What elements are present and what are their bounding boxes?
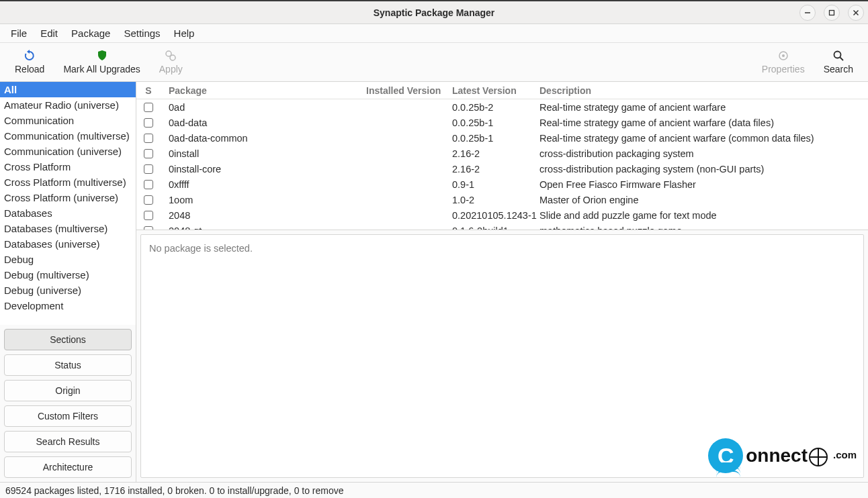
reload-icon	[24, 50, 36, 62]
category-item[interactable]: Debug	[0, 252, 136, 267]
filter-sections[interactable]: Sections	[4, 329, 132, 350]
maximize-button[interactable]	[824, 5, 840, 21]
col-latest[interactable]: Latest Version	[452, 85, 539, 96]
menu-edit[interactable]: Edit	[34, 25, 64, 42]
window-controls	[799, 5, 864, 21]
gear-icon	[777, 50, 789, 62]
description: Real-time strategy game of ancient warfa…	[539, 133, 868, 144]
menubar: File Edit Package Settings Help	[0, 24, 868, 43]
statusbar-text: 69524 packages listed, 1716 installed, 0…	[5, 485, 344, 496]
latest-version: 2.16-2	[452, 164, 539, 175]
search-button[interactable]: Search	[814, 47, 863, 77]
category-item[interactable]: Development	[0, 298, 136, 313]
content: AllAmateur Radio (universe)Communication…	[0, 82, 868, 482]
latest-version: 0.1.6-2build1	[452, 226, 539, 231]
svg-point-9	[834, 52, 840, 58]
package-checkbox[interactable]	[144, 164, 153, 174]
shield-icon	[96, 50, 108, 62]
filter-custom-filters[interactable]: Custom Filters	[4, 405, 132, 427]
category-item[interactable]: All	[0, 82, 136, 97]
package-table-header: S Package Installed Version Latest Versi…	[136, 82, 868, 99]
category-item[interactable]: Communication (universe)	[0, 144, 136, 159]
detail-empty-text: No package is selected.	[149, 243, 253, 254]
category-item[interactable]: Databases	[0, 205, 136, 221]
watermark-dotcom: .com	[833, 449, 857, 460]
menu-help[interactable]: Help	[167, 25, 202, 42]
latest-version: 0.0.25b-1	[452, 117, 539, 128]
category-list[interactable]: AllAmateur Radio (universe)Communication…	[0, 82, 136, 325]
package-name: 0ad	[161, 102, 366, 113]
filter-origin[interactable]: Origin	[4, 380, 132, 401]
svg-line-10	[840, 58, 843, 61]
package-checkbox[interactable]	[144, 226, 153, 231]
package-checkbox[interactable]	[144, 149, 153, 158]
description: Slide and add puzzle game for text mode	[539, 210, 868, 221]
package-name: 0ad-data-common	[161, 133, 366, 144]
watermark-waves-icon	[716, 465, 740, 477]
detail-pane: No package is selected. C onnect .com	[140, 234, 864, 478]
reload-button[interactable]: Reload	[5, 47, 54, 77]
category-item[interactable]: Databases (multiverse)	[0, 221, 136, 236]
package-name: 1oom	[161, 195, 366, 205]
table-row[interactable]: 20480.20210105.1243-1Slide and add puzzl…	[136, 207, 868, 223]
mark-all-label: Mark All Upgrades	[63, 64, 140, 74]
package-name: 0xffff	[161, 179, 366, 190]
description: cross-distribution packaging system	[539, 148, 868, 159]
table-row[interactable]: 0xffff0.9-1Open Free Fiasco Firmware Fla…	[136, 177, 868, 192]
properties-label: Properties	[762, 64, 805, 74]
minimize-button[interactable]	[799, 5, 816, 21]
package-name: 2048	[161, 210, 366, 221]
filter-search-results[interactable]: Search Results	[4, 431, 132, 452]
latest-version: 0.0.25b-2	[452, 102, 539, 113]
category-item[interactable]: Debug (multiverse)	[0, 267, 136, 283]
col-s[interactable]: S	[136, 85, 161, 96]
menu-settings[interactable]: Settings	[117, 25, 167, 42]
filter-status[interactable]: Status	[4, 354, 132, 376]
properties-button: Properties	[752, 47, 814, 77]
latest-version: 0.9-1	[452, 179, 539, 190]
table-row[interactable]: 1oom1.0-2Master of Orion engine	[136, 192, 868, 207]
table-row[interactable]: 0install-core2.16-2cross-distribution pa…	[136, 161, 868, 177]
latest-version: 0.20210105.1243-1	[452, 210, 539, 221]
package-checkbox[interactable]	[144, 195, 153, 205]
package-table[interactable]: S Package Installed Version Latest Versi…	[136, 82, 868, 230]
col-package[interactable]: Package	[161, 85, 366, 96]
category-item[interactable]: Communication	[0, 113, 136, 128]
apply-icon	[165, 50, 177, 62]
svg-point-8	[782, 54, 785, 57]
reload-label: Reload	[15, 64, 44, 74]
table-row[interactable]: 0ad0.0.25b-2Real-time strategy game of a…	[136, 99, 868, 115]
category-item[interactable]: Amateur Radio (universe)	[0, 97, 136, 113]
close-button[interactable]	[848, 5, 864, 21]
col-description[interactable]: Description	[539, 85, 868, 96]
category-item[interactable]: Debug (universe)	[0, 283, 136, 298]
table-row[interactable]: 0ad-data-common0.0.25b-1Real-time strate…	[136, 130, 868, 146]
globe-icon	[809, 448, 828, 466]
watermark-brand: onnect	[746, 445, 808, 466]
svg-point-6	[170, 55, 175, 60]
description: Real-time strategy game of ancient warfa…	[539, 117, 868, 128]
category-item[interactable]: Cross Platform	[0, 159, 136, 175]
table-row[interactable]: 0install2.16-2cross-distribution packagi…	[136, 146, 868, 161]
category-item[interactable]: Cross Platform (multiverse)	[0, 175, 136, 190]
package-checkbox[interactable]	[144, 103, 153, 112]
filter-architecture[interactable]: Architecture	[4, 456, 132, 478]
sidebar: AllAmateur Radio (universe)Communication…	[0, 82, 136, 482]
statusbar: 69524 packages listed, 1716 installed, 0…	[0, 482, 868, 498]
package-checkbox[interactable]	[144, 118, 153, 128]
category-item[interactable]: Communication (multiverse)	[0, 128, 136, 144]
menu-file[interactable]: File	[4, 25, 34, 42]
table-row[interactable]: 2048-qt0.1.6-2build1mathematics based pu…	[136, 223, 868, 230]
package-name: 0install	[161, 148, 366, 159]
category-item[interactable]: Cross Platform (universe)	[0, 190, 136, 205]
menu-package[interactable]: Package	[64, 25, 117, 42]
category-item[interactable]: Databases (universe)	[0, 236, 136, 252]
col-installed[interactable]: Installed Version	[366, 85, 452, 96]
description: cross-distribution packaging system (non…	[539, 164, 868, 175]
table-row[interactable]: 0ad-data0.0.25b-1Real-time strategy game…	[136, 115, 868, 130]
package-checkbox[interactable]	[144, 180, 153, 189]
package-name: 0install-core	[161, 164, 366, 175]
package-checkbox[interactable]	[144, 211, 153, 220]
package-checkbox[interactable]	[144, 134, 153, 143]
mark-all-upgrades-button[interactable]: Mark All Upgrades	[54, 47, 149, 77]
